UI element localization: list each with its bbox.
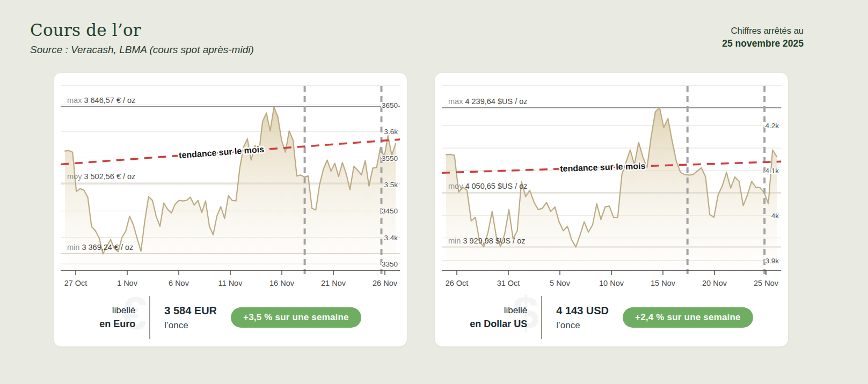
svg-text:5 Nov: 5 Nov [550, 279, 571, 287]
gold-card-usd: tendance sur le moismax 4 239,64 $US / o… [435, 73, 788, 346]
svg-text:10 Nov: 10 Nov [599, 279, 624, 287]
price-value: 3 584 EUR [164, 302, 217, 319]
svg-text:3.5k: 3.5k [384, 181, 398, 189]
svg-text:20 Nov: 20 Nov [702, 279, 727, 287]
eur-card-footer: € libellé en Euro 3 584 EUR l’once +3,5 … [54, 296, 407, 339]
date-caption: Chiffres arrêtés au [722, 25, 804, 37]
usd-card-footer: $ libellé en Dollar US 4 143 USD l’once … [435, 296, 788, 339]
footer-divider [149, 296, 150, 339]
currency-value: en Dollar US [470, 317, 527, 331]
page-subtitle: Source : Veracash, LBMA (cours spot aprè… [30, 44, 254, 56]
price-block: 4 143 USD l’once [556, 302, 609, 333]
price-block: 3 584 EUR l’once [164, 302, 217, 333]
svg-text:6 Nov: 6 Nov [169, 279, 189, 287]
currency-caption: libellé [470, 304, 527, 317]
svg-text:moy 4 050,65 $US / oz: moy 4 050,65 $US / oz [448, 182, 528, 190]
price-unit: l’once [164, 320, 188, 330]
svg-text:11 Nov: 11 Nov [218, 279, 243, 287]
svg-text:16 Nov: 16 Nov [269, 279, 295, 287]
currency-label-block: € libellé en Euro [99, 304, 135, 332]
cards-row: tendance sur le moismax 3 646,57 € / ozm… [54, 73, 868, 346]
svg-text:21 Nov: 21 Nov [321, 279, 346, 287]
svg-text:15 Nov: 15 Nov [651, 279, 676, 287]
price-unit: l’once [556, 320, 580, 330]
svg-text:3450: 3450 [382, 207, 398, 215]
page-title: Cours de l’or [30, 20, 254, 40]
svg-text:27 Oct: 27 Oct [64, 279, 87, 287]
gold-card-eur: tendance sur le moismax 3 646,57 € / ozm… [54, 73, 407, 346]
svg-text:25 Nov: 25 Nov [754, 279, 779, 287]
currency-caption: libellé [99, 304, 135, 317]
svg-text:max 4 239,64 $US / oz: max 4 239,64 $US / oz [448, 97, 528, 106]
svg-text:3350: 3350 [382, 260, 398, 268]
footer-divider [541, 296, 542, 339]
svg-text:3650: 3650 [382, 101, 398, 109]
date-value: 25 novembre 2025 [722, 37, 804, 50]
svg-text:min 3 369,24 € / oz: min 3 369,24 € / oz [67, 243, 133, 252]
svg-text:31 Oct: 31 Oct [497, 279, 520, 287]
price-chart-svg: tendance sur le moismax 4 239,64 $US / o… [442, 84, 781, 294]
weekly-change-badge: +2,4 % sur une semaine [623, 307, 753, 328]
svg-text:4.1k: 4.1k [765, 167, 779, 175]
svg-text:4k: 4k [771, 212, 779, 220]
usd-price-chart[interactable]: tendance sur le moismax 4 239,64 $US / o… [442, 84, 781, 294]
eur-price-chart[interactable]: tendance sur le moismax 3 646,57 € / ozm… [61, 84, 400, 294]
svg-text:3.4k: 3.4k [384, 234, 398, 242]
currency-value: en Euro [99, 317, 135, 331]
svg-text:26 Oct: 26 Oct [446, 279, 469, 287]
svg-text:1 Nov: 1 Nov [117, 279, 138, 287]
currency-label-block: $ libellé en Dollar US [470, 304, 527, 332]
svg-text:26 Nov: 26 Nov [373, 279, 398, 287]
svg-text:3.6k: 3.6k [384, 128, 398, 136]
date-block: Chiffres arrêtés au 25 novembre 2025 [722, 20, 804, 50]
price-chart-svg: tendance sur le moismax 3 646,57 € / ozm… [61, 84, 400, 294]
page-header: Cours de l’or Source : Veracash, LBMA (c… [0, 0, 868, 56]
svg-text:3.9k: 3.9k [765, 257, 779, 265]
price-value: 4 143 USD [556, 302, 609, 319]
weekly-change-badge: +3,5 % sur une semaine [231, 307, 361, 328]
svg-text:moy 3 502,56 € / oz: moy 3 502,56 € / oz [67, 172, 135, 181]
title-block: Cours de l’or Source : Veracash, LBMA (c… [30, 20, 254, 56]
svg-text:max 3 646,57 € / oz: max 3 646,57 € / oz [67, 96, 135, 105]
svg-text:min 3 929,98 $US / oz: min 3 929,98 $US / oz [448, 237, 525, 245]
svg-text:4.2k: 4.2k [765, 122, 779, 130]
svg-text:3550: 3550 [382, 154, 398, 163]
